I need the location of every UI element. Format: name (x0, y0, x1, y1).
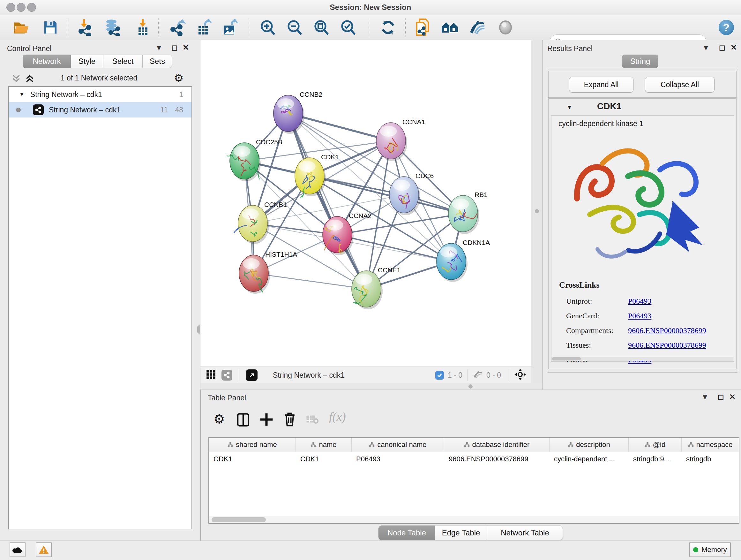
column-label: shared name (236, 441, 277, 449)
collection-expander-icon[interactable]: ▼ (19, 91, 24, 98)
import-network-from-database-icon[interactable] (104, 19, 122, 36)
column-header[interactable]: name (296, 438, 352, 452)
maximize-panel-icon[interactable]: ◻ (172, 43, 178, 52)
delete-column-trash-icon[interactable] (283, 412, 296, 428)
compartments-link[interactable]: 9606.ENSP00000378699 (628, 326, 706, 334)
network-node-CDKN1A[interactable]: CDKN1A (436, 239, 490, 282)
expand-all-networks-icon[interactable] (24, 73, 35, 85)
show-panels-icon[interactable] (496, 19, 515, 36)
export-image-icon[interactable] (221, 19, 239, 36)
network-tree: ▼ String Network – cdk1 1 String Network… (8, 86, 192, 530)
collapse-all-networks-icon[interactable] (11, 73, 22, 85)
apply-function-icon[interactable]: f(x) (329, 410, 346, 424)
table-hscrollbar-thumb[interactable] (212, 517, 266, 522)
hide-panels-icon[interactable] (468, 19, 486, 36)
import-network-icon[interactable] (76, 19, 94, 36)
maximize-panel-icon[interactable]: ◻ (718, 392, 724, 401)
zoom-selected-icon[interactable] (340, 19, 357, 36)
network-collection-row[interactable]: ▼ String Network – cdk1 1 (9, 87, 192, 102)
float-panel-icon[interactable]: ▾ (157, 43, 161, 52)
close-panel-icon[interactable]: ✕ (731, 43, 737, 52)
save-session-icon[interactable] (42, 19, 59, 36)
network-row-selected[interactable]: String Network – cdk1 11 48 (9, 102, 192, 118)
refresh-icon[interactable] (379, 19, 397, 36)
window-title: Session: New Session (0, 3, 741, 12)
uniprot-link[interactable]: P06493 (628, 297, 651, 305)
zoom-out-icon[interactable] (286, 19, 304, 36)
network-edge[interactable] (337, 235, 451, 261)
splitter-handle[interactable] (535, 209, 539, 213)
clone-network-icon[interactable] (414, 19, 431, 36)
genecard-link[interactable]: P06493 (628, 312, 651, 320)
table-settings-gear-icon[interactable]: ⚙ (213, 412, 225, 426)
table-row[interactable]: CDK1 CDK1 P06493 9606.ENSP00000378699 cy… (209, 452, 739, 466)
table-hscrollbar-track[interactable] (209, 516, 739, 523)
memory-button[interactable]: Memory (689, 543, 731, 557)
network-overview-icon[interactable] (441, 19, 459, 36)
zoom-fit-icon[interactable] (313, 19, 331, 36)
close-panel-icon[interactable]: ✕ (183, 43, 189, 52)
selected-items-checkbox-icon[interactable] (435, 371, 444, 380)
column-label: name (319, 441, 336, 449)
expand-all-button[interactable]: Expand All (569, 77, 633, 92)
network-node-CDC25B[interactable]: CDC25B (227, 138, 282, 181)
warnings-button[interactable] (36, 543, 52, 557)
import-table-icon[interactable] (133, 19, 151, 36)
hidden-items-eye-icon[interactable] (473, 370, 483, 381)
open-in-window-icon[interactable] (246, 369, 258, 381)
delete-table-icon[interactable] (306, 414, 319, 426)
tab-string[interactable]: String (622, 55, 658, 68)
network-node-RB1[interactable]: RB1 (448, 191, 488, 234)
vertical-splitter[interactable] (531, 40, 542, 389)
results-panel: Results Panel ▾ ◻ ✕ String Expand All Co… (542, 40, 741, 389)
show-columns-icon[interactable] (237, 413, 250, 428)
cell-database-identifier: 9606.ENSP00000378699 (444, 452, 549, 466)
tab-edge-table[interactable]: Edge Table (435, 525, 487, 540)
network-node-CCNA1[interactable]: CCNA1 (376, 118, 425, 161)
network-canvas[interactable]: CCNB2CCNA1CDC25BCDK1CDC6RB1CCNB1CCNA2CDK… (200, 40, 531, 367)
pan-mode-icon[interactable] (514, 368, 526, 382)
column-header[interactable]: database identifier (444, 438, 549, 452)
network-options-gear-icon[interactable]: ⚙ (174, 71, 184, 84)
network-node-CDC6[interactable]: CDC6 (389, 172, 434, 215)
float-panel-icon[interactable]: ▾ (704, 43, 708, 52)
birds-eye-view-icon[interactable] (206, 370, 216, 381)
network-edge[interactable] (288, 113, 366, 289)
network-node-CCNB1[interactable]: CCNB1 (234, 201, 287, 244)
tissues-link[interactable]: 9606.ENSP00000378699 (628, 341, 706, 349)
open-session-icon[interactable] (13, 19, 30, 36)
tab-node-table[interactable]: Node Table (379, 525, 435, 540)
entry-hscrollbar-track[interactable] (551, 357, 733, 361)
network-edge[interactable] (254, 273, 366, 289)
tab-style[interactable]: Style (71, 55, 103, 68)
splitter-handle[interactable] (468, 384, 473, 388)
tab-sets[interactable]: Sets (143, 55, 172, 68)
column-header[interactable]: namespace (682, 438, 739, 452)
create-column-icon[interactable] (259, 412, 273, 428)
entry-expander-icon[interactable]: ▼ (566, 104, 572, 111)
close-panel-icon[interactable]: ✕ (729, 392, 736, 401)
node-entry-panel: ▼ CDK1 cyclin-dependent kinase 1 (548, 98, 737, 369)
memory-label: Memory (701, 546, 727, 554)
column-header[interactable]: @id (629, 438, 682, 452)
network-node-count: 11 (160, 106, 168, 114)
tab-network-table[interactable]: Network Table (487, 525, 563, 540)
network-node-CCNB2[interactable]: CCNB2 (273, 91, 322, 134)
zoom-in-icon[interactable] (259, 19, 277, 36)
network-node-HIST1H1A[interactable]: HIST1H1A (239, 251, 297, 294)
column-header[interactable]: shared name (209, 438, 296, 452)
float-panel-icon[interactable]: ▾ (703, 392, 707, 401)
export-table-icon[interactable] (195, 19, 212, 36)
cloud-status-button[interactable] (10, 543, 25, 557)
export-network-icon[interactable] (169, 19, 186, 36)
network-edge[interactable] (310, 176, 463, 213)
maximize-panel-icon[interactable]: ◻ (719, 43, 725, 52)
collapse-all-button[interactable]: Collapse All (645, 77, 715, 92)
tab-network[interactable]: Network (23, 55, 71, 68)
entry-hscrollbar-thumb[interactable] (552, 357, 581, 361)
column-header[interactable]: canonical name (352, 438, 444, 452)
tab-select[interactable]: Select (103, 55, 143, 68)
column-header[interactable]: description (549, 438, 629, 452)
help-icon[interactable]: ? (718, 19, 735, 36)
control-panel-title: Control Panel (7, 44, 51, 53)
